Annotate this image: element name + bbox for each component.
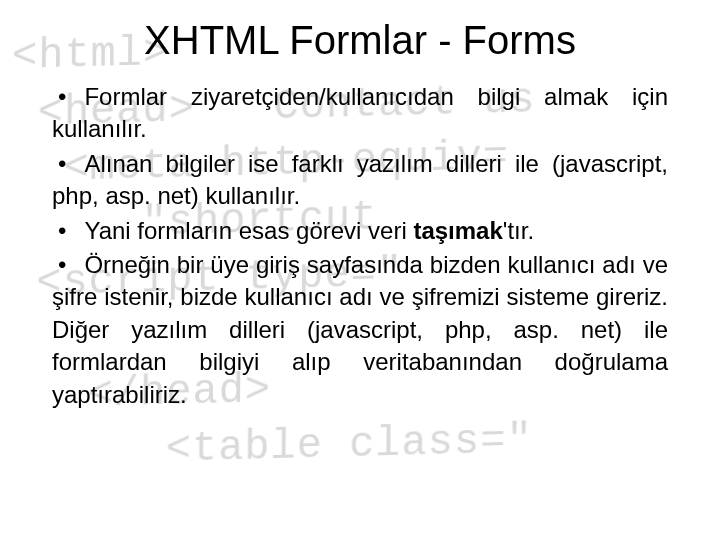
bullet-bold: taşımak bbox=[413, 217, 502, 244]
bullet-text: Formlar ziyaretçiden/kullanıcıdan bilgi … bbox=[52, 83, 668, 142]
list-item: Yani formların esas görevi veri taşımak'… bbox=[52, 215, 668, 247]
bullet-list: Formlar ziyaretçiden/kullanıcıdan bilgi … bbox=[48, 81, 672, 411]
bullet-text: Yani formların esas görevi veri bbox=[84, 217, 413, 244]
bullet-text: Örneğin bir üye giriş sayfasında bizden … bbox=[52, 251, 668, 408]
bullet-text-after: 'tır. bbox=[503, 217, 534, 244]
bullet-text: Alınan bilgiler ise farklı yazılım dille… bbox=[52, 150, 668, 209]
list-item: Alınan bilgiler ise farklı yazılım dille… bbox=[52, 148, 668, 213]
list-item: Formlar ziyaretçiden/kullanıcıdan bilgi … bbox=[52, 81, 668, 146]
slide: XHTML Formlar - Forms Formlar ziyaretçid… bbox=[0, 0, 720, 540]
slide-title: XHTML Formlar - Forms bbox=[48, 18, 672, 63]
list-item: Örneğin bir üye giriş sayfasında bizden … bbox=[52, 249, 668, 411]
